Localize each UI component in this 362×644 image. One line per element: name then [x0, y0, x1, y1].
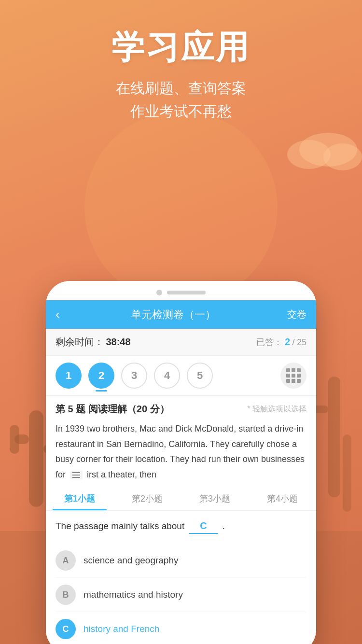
- timer-row: 剩余时间： 38:48 已答： 2 / 25: [46, 329, 316, 356]
- phone-top-bar: [46, 281, 316, 300]
- answer-area: The passage mainly talks about C . A sci…: [46, 511, 316, 644]
- grid-view-button[interactable]: [280, 363, 306, 389]
- option-b-text: mathematics and history: [84, 589, 183, 600]
- timer-label: 剩余时间：: [56, 336, 104, 347]
- sub-tab-3[interactable]: 第3小题: [181, 487, 249, 510]
- inline-menu-icon: [70, 471, 83, 479]
- option-b-row[interactable]: B mathematics and history: [56, 578, 306, 612]
- svg-rect-7: [10, 425, 19, 454]
- sub-tab-4[interactable]: 第4小题: [249, 487, 316, 510]
- question-section: 第 5 题 阅读理解（20 分） * 轻触选项以选择 In 1939 two b…: [46, 396, 316, 487]
- svg-point-2: [287, 140, 331, 169]
- answer-blank: C: [189, 518, 218, 534]
- option-c-row[interactable]: C history and French: [56, 612, 306, 644]
- sub-tab-2[interactable]: 第2小题: [113, 487, 181, 510]
- back-button[interactable]: ‹: [56, 307, 60, 322]
- app-subtitle: 在线刷题、查询答案 作业考试不再愁: [0, 77, 362, 123]
- hint-text: * 轻触选项以选择: [247, 404, 306, 414]
- sub-tabs: 第1小题 第2小题 第3小题 第4小题: [46, 487, 316, 511]
- q-circle-5[interactable]: 5: [187, 363, 213, 389]
- sub-tab-1[interactable]: 第1小题: [46, 487, 113, 510]
- option-b-circle: B: [56, 585, 76, 605]
- q-circle-4[interactable]: 4: [154, 363, 180, 389]
- q-circle-2[interactable]: 2: [88, 363, 114, 389]
- option-a-row[interactable]: A science and geography: [56, 544, 306, 578]
- option-a-text: science and geography: [84, 555, 178, 566]
- q-circle-1[interactable]: 1: [56, 363, 82, 389]
- submit-button[interactable]: 交卷: [287, 308, 306, 321]
- q-circle-3[interactable]: 3: [121, 363, 147, 389]
- speaker-bar: [167, 291, 206, 294]
- progress-total: 25: [297, 337, 306, 347]
- progress-display: 已答： 2 / 25: [256, 336, 306, 348]
- grid-icon: [286, 368, 301, 383]
- prompt-after: .: [223, 521, 225, 531]
- phone-mockup: ‹ 单元检测卷（一） 交卷 剩余时间： 38:48 已答： 2 / 25 1 2…: [46, 281, 316, 644]
- option-c-circle: C: [56, 619, 76, 639]
- svg-point-1: [299, 133, 357, 167]
- header-title: 单元检测卷（一）: [131, 308, 216, 322]
- camera-dot: [156, 290, 162, 295]
- svg-point-3: [323, 143, 362, 170]
- svg-rect-10: [328, 377, 340, 497]
- progress-label: 已答：: [256, 337, 282, 347]
- option-a-circle: A: [56, 550, 76, 571]
- timer-display: 剩余时间： 38:48: [56, 336, 131, 349]
- question-title: 第 5 题 阅读理解（20 分）: [56, 403, 169, 416]
- svg-rect-5: [29, 410, 43, 507]
- app-title: 学习应用: [0, 29, 362, 65]
- svg-rect-6: [14, 434, 29, 444]
- progress-separator: /: [292, 337, 295, 347]
- progress-current: 2: [285, 336, 290, 347]
- question-header: 第 5 题 阅读理解（20 分） * 轻触选项以选择: [56, 403, 306, 416]
- prompt-before: The passage mainly talks about: [56, 521, 184, 531]
- timer-value: 38:48: [106, 336, 130, 347]
- svg-point-0: [84, 111, 278, 304]
- svg-rect-13: [343, 434, 351, 512]
- option-c-text: history and French: [84, 624, 159, 634]
- reading-text: In 1939 two brothers, Mac and Dick McDon…: [56, 421, 306, 482]
- question-prompt: The passage mainly talks about C .: [56, 518, 306, 534]
- app-header: ‹ 单元检测卷（一） 交卷: [46, 300, 316, 329]
- question-numbers: 1 2 3 4 5: [46, 356, 316, 396]
